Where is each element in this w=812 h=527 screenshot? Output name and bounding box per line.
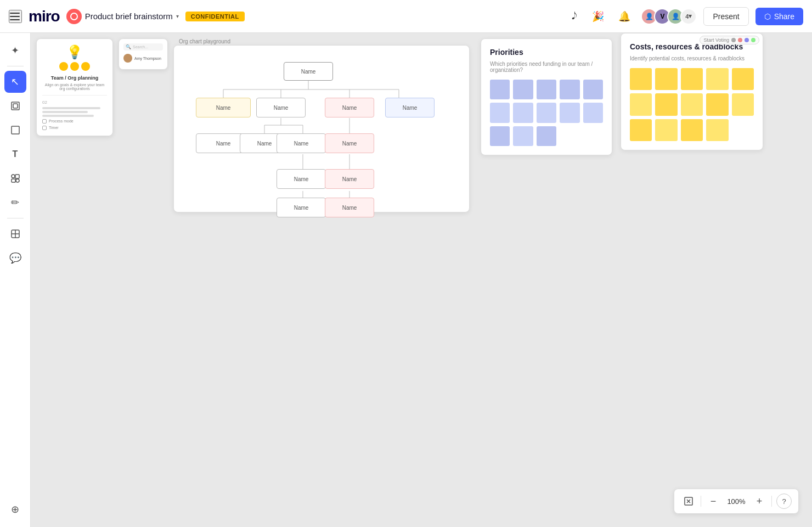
miro-logo: miro bbox=[29, 8, 60, 25]
sidebar-btn-sticky[interactable] bbox=[4, 119, 26, 141]
sticky-note[interactable] bbox=[513, 80, 533, 99]
fit-to-screen-button[interactable] bbox=[681, 494, 696, 509]
sidebar-btn-select[interactable]: ↖ bbox=[4, 71, 26, 93]
sidebar-btn-add[interactable] bbox=[4, 223, 26, 245]
search-icon: 🔍 bbox=[126, 44, 131, 49]
zoom-in-button[interactable]: + bbox=[752, 494, 767, 509]
sticky-note[interactable] bbox=[630, 68, 652, 90]
org-node-n10[interactable]: Name bbox=[277, 198, 326, 217]
org-node-n1[interactable]: Name bbox=[196, 98, 251, 117]
board-icon bbox=[66, 9, 82, 24]
sticky-note[interactable] bbox=[490, 126, 510, 146]
sidebar-btn-apps[interactable]: ⊕ bbox=[4, 498, 26, 520]
sidebar-divider-2 bbox=[7, 218, 24, 218]
sticky-note[interactable] bbox=[537, 103, 556, 122]
share-label: Share bbox=[774, 12, 794, 21]
sticky-note[interactable] bbox=[655, 119, 677, 141]
priorities-subtitle: Which priorities need funding in our tea… bbox=[490, 61, 603, 73]
people-panel: 🔍 Search... Amy Thompson bbox=[119, 38, 168, 70]
avatar-count[interactable]: 4▾ bbox=[680, 8, 697, 25]
voting-badge[interactable]: Start Voting bbox=[700, 36, 759, 44]
org-chart: Name Name Name Name Name Name Name Name … bbox=[173, 45, 470, 212]
priorities-sticky-grid bbox=[490, 80, 603, 146]
sticky-note[interactable] bbox=[560, 103, 579, 122]
help-button[interactable]: ? bbox=[776, 494, 792, 509]
sidebar-btn-pen[interactable]: ✏ bbox=[4, 192, 26, 214]
sidebar-btn-comment[interactable]: 💬 bbox=[4, 247, 26, 269]
sticky-note[interactable] bbox=[706, 68, 728, 90]
hamburger-button[interactable] bbox=[9, 10, 22, 23]
vote-dot-1 bbox=[731, 38, 736, 42]
thumbnail-subtitle: Align on goals & explore your team org c… bbox=[42, 83, 107, 91]
costs-section: Start Voting Costs, resources & roadbloc… bbox=[621, 33, 763, 150]
notification-bell-button[interactable]: 🔔 bbox=[614, 7, 634, 26]
sticky-note[interactable] bbox=[706, 93, 728, 115]
sticky-note[interactable] bbox=[490, 80, 510, 99]
person-row-1: Amy Thompson bbox=[123, 54, 163, 63]
sidebar-btn-ai[interactable]: ✦ bbox=[4, 40, 26, 61]
sticky-note[interactable] bbox=[630, 93, 652, 115]
svg-point-6 bbox=[16, 179, 19, 182]
org-node-n8[interactable]: Name bbox=[325, 133, 374, 153]
chevron-down-icon: ▾ bbox=[176, 13, 179, 19]
priorities-title: Priorities bbox=[490, 48, 603, 57]
org-node-n2[interactable]: Name bbox=[256, 98, 306, 117]
sticky-note[interactable] bbox=[583, 80, 603, 99]
music-icon-button[interactable]: 𝅘𝅥𝅮 bbox=[562, 7, 582, 26]
zoom-level: 100% bbox=[725, 497, 747, 506]
share-button[interactable]: ⬡ Share bbox=[755, 8, 803, 25]
org-node-n11[interactable]: Name bbox=[325, 169, 374, 189]
sticky-note[interactable] bbox=[537, 80, 556, 99]
sidebar-btn-shapes[interactable] bbox=[4, 167, 26, 189]
org-node-root[interactable]: Name bbox=[284, 62, 333, 81]
costs-sticky-grid bbox=[630, 68, 754, 141]
people-search[interactable]: 🔍 Search... bbox=[123, 43, 163, 51]
svg-rect-2 bbox=[12, 126, 19, 134]
zoom-out-button[interactable]: − bbox=[706, 494, 721, 509]
sticky-note[interactable] bbox=[681, 119, 703, 141]
sticky-note[interactable] bbox=[732, 93, 754, 115]
sticky-note[interactable] bbox=[732, 68, 754, 90]
svg-point-3 bbox=[12, 175, 15, 178]
person-name-1: Amy Thompson bbox=[134, 57, 161, 60]
process-mode-label: Process mode bbox=[49, 119, 74, 123]
sticky-note[interactable] bbox=[655, 93, 677, 115]
sticky-note[interactable] bbox=[490, 103, 510, 122]
sticky-note[interactable] bbox=[513, 126, 533, 146]
process-mode-checkbox[interactable] bbox=[42, 119, 47, 124]
sticky-note[interactable] bbox=[655, 68, 677, 90]
present-button[interactable]: Present bbox=[703, 7, 748, 26]
zoom-in-icon: + bbox=[757, 496, 763, 507]
sidebar-divider-1 bbox=[7, 66, 24, 66]
sticky-note[interactable] bbox=[681, 93, 703, 115]
org-node-n12[interactable]: Name bbox=[325, 198, 374, 217]
thumbnail-panel: 💡 Team / Org planning Align on goals & e… bbox=[36, 38, 113, 136]
help-icon-label: ? bbox=[782, 497, 786, 506]
sidebar-btn-frames[interactable] bbox=[4, 95, 26, 117]
svg-rect-5 bbox=[12, 179, 15, 182]
org-node-n7[interactable]: Name bbox=[277, 133, 326, 153]
sticky-note[interactable] bbox=[706, 119, 728, 141]
sticky-note[interactable] bbox=[630, 119, 652, 141]
bottom-toolbar: − 100% + ? bbox=[674, 489, 799, 514]
sticky-note[interactable] bbox=[560, 80, 579, 99]
priorities-section: Priorities Which priorities need funding… bbox=[481, 38, 612, 155]
org-node-n3[interactable]: Name bbox=[325, 98, 374, 117]
sticky-note[interactable] bbox=[583, 103, 603, 122]
board-name-section[interactable]: Product brief brainstorm ▾ bbox=[66, 9, 179, 24]
header: miro Product brief brainstorm ▾ CONFIDEN… bbox=[0, 0, 812, 33]
collaborators-avatars[interactable]: 👤 V 👤 4▾ bbox=[641, 8, 697, 25]
vote-dot-4 bbox=[751, 38, 755, 42]
sticky-note[interactable] bbox=[537, 126, 556, 146]
sticky-note[interactable] bbox=[513, 103, 533, 122]
svg-rect-0 bbox=[12, 102, 19, 110]
zoom-out-icon: − bbox=[710, 496, 717, 507]
celebrate-icon-button[interactable]: 🎉 bbox=[588, 7, 608, 26]
org-node-n4[interactable]: Name bbox=[385, 98, 435, 117]
sticky-note[interactable] bbox=[681, 68, 703, 90]
header-right: 𝅘𝅥𝅮 🎉 🔔 👤 V 👤 4▾ Present ⬡ Share bbox=[562, 7, 803, 26]
zoom-divider-2 bbox=[771, 496, 772, 507]
sidebar-btn-text[interactable]: T bbox=[4, 143, 26, 165]
timer-checkbox[interactable] bbox=[42, 126, 47, 130]
org-node-n9[interactable]: Name bbox=[277, 169, 326, 189]
